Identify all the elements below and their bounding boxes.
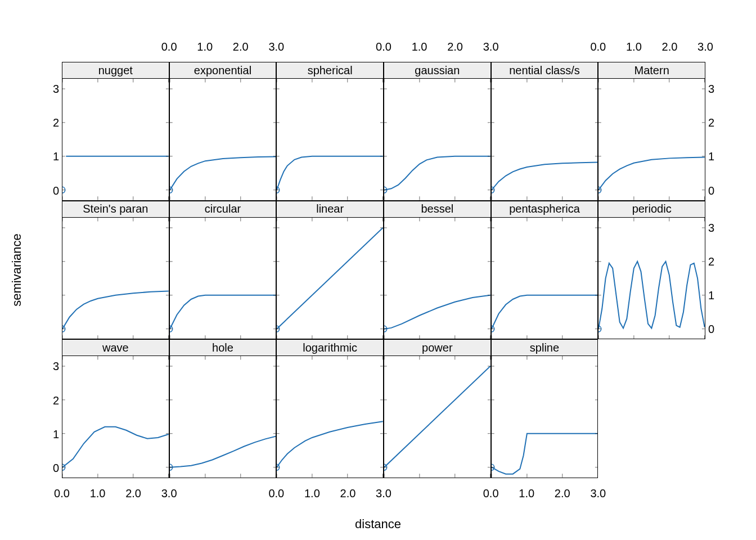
- panel-body: [62, 217, 169, 340]
- panel-hole: hole: [169, 339, 277, 478]
- panel-body: [276, 78, 384, 201]
- panel-body: [276, 356, 384, 478]
- x-tick-label: 2.0: [340, 487, 356, 500]
- x-tick-label: 3.0: [698, 40, 713, 53]
- x-tick-label: 0.0: [376, 40, 392, 53]
- panel-bessel: bessel: [384, 201, 491, 340]
- panel-title: spherical: [276, 62, 384, 79]
- panel-title: wave: [62, 339, 169, 356]
- panel-linear: linear: [276, 201, 384, 340]
- panel-body: [169, 217, 277, 340]
- panel-title: circular: [169, 201, 277, 218]
- panel-title: hole: [169, 339, 277, 356]
- panel-title: gaussian: [384, 62, 491, 79]
- panel-body: [491, 78, 598, 201]
- panel-title: logarithmic: [276, 339, 384, 356]
- x-tick-label: 1.0: [519, 487, 534, 500]
- panel-body: [384, 78, 491, 201]
- panel-body: [491, 217, 598, 340]
- x-tick-label: 0.0: [161, 40, 177, 53]
- panel-power: power: [384, 339, 491, 478]
- panel-nugget: nugget: [62, 62, 169, 201]
- panel-row: nuggetexponentialsphericalgaussiannentia…: [62, 62, 705, 201]
- x-tick-label: 1.0: [90, 487, 106, 500]
- x-ticks-bottom: 0.01.02.03.00.01.02.03.00.01.02.03.0: [62, 485, 705, 502]
- panel-title: Matern: [598, 62, 705, 79]
- panel-gaussian: gaussian: [384, 62, 491, 201]
- panel-spherical: spherical: [276, 62, 384, 201]
- panel-stein-s-paran: Stein's paran: [62, 201, 169, 340]
- panel-body: [62, 356, 169, 478]
- panel-body: [384, 217, 491, 340]
- x-tick-label: 3.0: [268, 40, 284, 53]
- x-tick-label: 0.0: [590, 40, 606, 53]
- x-tick-label: 3.0: [376, 487, 392, 500]
- x-tick-label: 3.0: [590, 487, 606, 500]
- panel-body: [598, 78, 705, 201]
- x-tick-label: 2.0: [447, 40, 463, 53]
- panel-body: [384, 356, 491, 478]
- panel-title: power: [384, 339, 491, 356]
- x-tick-label: 1.0: [412, 40, 428, 53]
- panel-title: pentaspherica: [491, 201, 598, 218]
- panel-wave: wave: [62, 339, 169, 478]
- panel-spline: spline: [491, 339, 598, 478]
- x-tick-label: 2.0: [125, 487, 141, 500]
- x-tick-label: 1.0: [304, 487, 320, 500]
- x-tick-label: 3.0: [161, 487, 177, 500]
- x-tick-label: 0.0: [54, 487, 70, 500]
- x-ticks-top: 0.01.02.03.00.01.02.03.00.01.02.03.0: [62, 38, 705, 55]
- panel-title: linear: [276, 201, 384, 218]
- panel-periodic: periodic: [598, 201, 705, 340]
- x-axis-label: distance: [0, 517, 756, 532]
- panel-body: [62, 78, 169, 201]
- panel-row: waveholelogarithmicpowerspline: [62, 339, 705, 478]
- panel-pentaspherica: pentaspherica: [491, 201, 598, 340]
- panel-title: spline: [491, 339, 598, 356]
- panel-body: [169, 78, 277, 201]
- panel-title: exponential: [169, 62, 277, 79]
- panel-body: [598, 217, 705, 340]
- panel-title: nugget: [62, 62, 169, 79]
- x-tick-label: 0.0: [483, 487, 499, 500]
- y-ticks-right: 01230123: [708, 62, 731, 478]
- x-tick-label: 3.0: [483, 40, 499, 53]
- x-tick-label: 0.0: [268, 487, 284, 500]
- panel-title: periodic: [598, 201, 705, 218]
- panel-title: bessel: [384, 201, 491, 218]
- x-tick-label: 2.0: [662, 40, 678, 53]
- panel-matern: Matern: [598, 62, 705, 201]
- panel-body: [276, 217, 384, 340]
- chart-frame: semivariance distance 0.01.02.03.00.01.0…: [0, 0, 756, 540]
- y-axis-label: semivariance: [0, 0, 34, 540]
- plot-area: nuggetexponentialsphericalgaussiannentia…: [62, 62, 705, 478]
- x-tick-label: 1.0: [197, 40, 213, 53]
- panel-title: nential class/s: [491, 62, 598, 79]
- panel-exponential: exponential: [169, 62, 277, 201]
- y-ticks-left: 01230123: [37, 62, 59, 478]
- panel-row: Stein's parancircularlinearbesselpentasp…: [62, 201, 705, 340]
- panel-logarithmic: logarithmic: [276, 339, 384, 478]
- panel-nential-class-s: nential class/s: [491, 62, 598, 201]
- x-tick-label: 2.0: [233, 40, 249, 53]
- panel-title: Stein's paran: [62, 201, 169, 218]
- x-tick-label: 1.0: [626, 40, 642, 53]
- panel-body: [491, 356, 598, 478]
- panel-body: [169, 356, 277, 478]
- panel-circular: circular: [169, 201, 277, 340]
- x-tick-label: 2.0: [555, 487, 570, 500]
